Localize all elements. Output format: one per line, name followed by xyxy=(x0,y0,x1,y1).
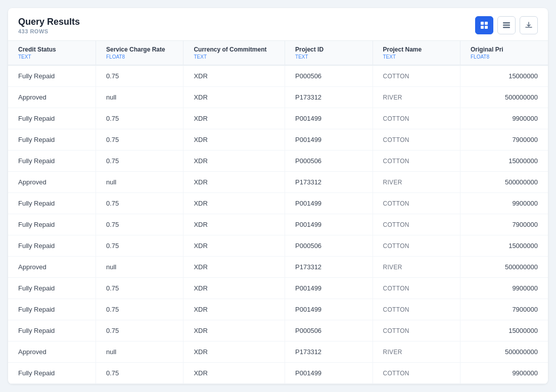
panel-title: Query Results xyxy=(18,17,80,27)
svg-rect-6 xyxy=(503,27,510,28)
query-results-panel: Query Results 433 ROWS xyxy=(8,8,548,384)
svg-rect-0 xyxy=(481,22,484,25)
table-cell: 15000000 xyxy=(460,235,548,257)
table-cell: P001499 xyxy=(285,363,373,384)
table-cell: XDR xyxy=(183,320,285,341)
svg-rect-1 xyxy=(485,22,488,25)
table-cell: 0.75 xyxy=(96,193,183,214)
table-cell: 0.75 xyxy=(96,278,183,299)
list-icon xyxy=(502,21,511,29)
table-cell: XDR xyxy=(183,129,285,151)
table-cell: P001499 xyxy=(285,214,373,235)
table-cell: XDR xyxy=(183,299,285,320)
table-cell: XDR xyxy=(183,363,285,384)
grid-view-button[interactable] xyxy=(475,16,493,34)
table-cell: 0.75 xyxy=(96,129,183,151)
table-cell: 0.75 xyxy=(96,151,183,172)
header-left: Query Results 433 ROWS xyxy=(18,17,80,34)
table-cell: Fully Repaid xyxy=(8,129,96,151)
table-cell: null xyxy=(96,257,183,278)
table-cell: RIVER xyxy=(373,257,460,278)
table-cell: XDR xyxy=(183,172,285,193)
table-row: Fully Repaid0.75XDRP001499COTTON9900000 xyxy=(8,108,548,129)
table-cell: null xyxy=(96,87,183,108)
header-actions xyxy=(475,16,538,34)
table-cell: COTTON xyxy=(373,235,460,257)
table-cell: XDR xyxy=(183,278,285,299)
table-cell: XDR xyxy=(183,87,285,108)
table-cell: P173312 xyxy=(285,341,373,363)
table-cell: XDR xyxy=(183,235,285,257)
table-cell: Approved xyxy=(8,257,96,278)
table-cell: Fully Repaid xyxy=(8,214,96,235)
col-project-id[interactable]: Project IDTEXT xyxy=(285,41,373,65)
table-cell: 0.75 xyxy=(96,214,183,235)
table-cell: COTTON xyxy=(373,129,460,151)
table-cell: 15000000 xyxy=(460,320,548,341)
table-cell: Fully Repaid xyxy=(8,320,96,341)
results-table: Credit StatusTEXT Service Charge RateFLO… xyxy=(8,41,548,384)
table-row: ApprovednullXDRP173312RIVER500000000 xyxy=(8,257,548,278)
list-view-button[interactable] xyxy=(497,16,516,34)
table-row: Fully Repaid0.75XDRP000506COTTON15000000 xyxy=(8,151,548,172)
download-icon xyxy=(525,21,533,29)
table-cell: Fully Repaid xyxy=(8,151,96,172)
table-cell: Approved xyxy=(8,172,96,193)
table-row: ApprovednullXDRP173312RIVER500000000 xyxy=(8,341,548,363)
table-cell: COTTON xyxy=(373,299,460,320)
table-wrapper[interactable]: Credit StatusTEXT Service Charge RateFLO… xyxy=(8,41,548,384)
col-currency-commitment[interactable]: Currency of CommitmentTEXT xyxy=(183,41,285,65)
table-cell: P000506 xyxy=(285,65,373,87)
table-cell: Fully Repaid xyxy=(8,299,96,320)
table-row: Fully Repaid0.75XDRP000506COTTON15000000 xyxy=(8,65,548,87)
table-cell: P001499 xyxy=(285,299,373,320)
table-row: Fully Repaid0.75XDRP000506COTTON15000000 xyxy=(8,235,548,257)
table-cell: RIVER xyxy=(373,172,460,193)
table-cell: COTTON xyxy=(373,278,460,299)
col-credit-status[interactable]: Credit StatusTEXT xyxy=(8,41,96,65)
table-cell: 500000000 xyxy=(460,172,548,193)
table-cell: P000506 xyxy=(285,235,373,257)
svg-rect-5 xyxy=(503,25,510,26)
table-cell: XDR xyxy=(183,151,285,172)
table-cell: COTTON xyxy=(373,214,460,235)
table-cell: P000506 xyxy=(285,151,373,172)
table-cell: 9900000 xyxy=(460,193,548,214)
col-project-name[interactable]: Project NameTEXT xyxy=(373,41,460,65)
table-cell: COTTON xyxy=(373,65,460,87)
table-row: Fully Repaid0.75XDRP000506COTTON15000000 xyxy=(8,320,548,341)
table-cell: Approved xyxy=(8,341,96,363)
col-service-charge-rate[interactable]: Service Charge RateFLOAT8 xyxy=(96,41,183,65)
svg-rect-2 xyxy=(481,26,484,29)
table-cell: P001499 xyxy=(285,108,373,129)
table-cell: 0.75 xyxy=(96,235,183,257)
table-cell: 500000000 xyxy=(460,87,548,108)
table-row: Fully Repaid0.75XDRP001499COTTON7900000 xyxy=(8,299,548,320)
table-cell: XDR xyxy=(183,193,285,214)
table-cell: Fully Repaid xyxy=(8,65,96,87)
table-cell: P001499 xyxy=(285,129,373,151)
table-row: Fully Repaid0.75XDRP001499COTTON9900000 xyxy=(8,363,548,384)
svg-rect-4 xyxy=(503,22,510,24)
table-cell: XDR xyxy=(183,214,285,235)
download-button[interactable] xyxy=(520,16,538,34)
table-cell: P000506 xyxy=(285,320,373,341)
table-cell: 0.75 xyxy=(96,108,183,129)
table-cell: 0.75 xyxy=(96,363,183,384)
table-cell: COTTON xyxy=(373,320,460,341)
table-cell: 15000000 xyxy=(460,65,548,87)
table-cell: XDR xyxy=(183,108,285,129)
table-cell: XDR xyxy=(183,65,285,87)
table-cell: 7900000 xyxy=(460,299,548,320)
table-cell: Fully Repaid xyxy=(8,278,96,299)
table-cell: P173312 xyxy=(285,172,373,193)
table-cell: P173312 xyxy=(285,87,373,108)
table-cell: 7900000 xyxy=(460,129,548,151)
table-cell: 0.75 xyxy=(96,65,183,87)
table-cell: 9900000 xyxy=(460,278,548,299)
table-cell: RIVER xyxy=(373,341,460,363)
table-cell: 500000000 xyxy=(460,341,548,363)
table-cell: 7900000 xyxy=(460,214,548,235)
table-row: ApprovednullXDRP173312RIVER500000000 xyxy=(8,87,548,108)
col-original-pri[interactable]: Original PriFLOAT8 xyxy=(460,41,548,65)
